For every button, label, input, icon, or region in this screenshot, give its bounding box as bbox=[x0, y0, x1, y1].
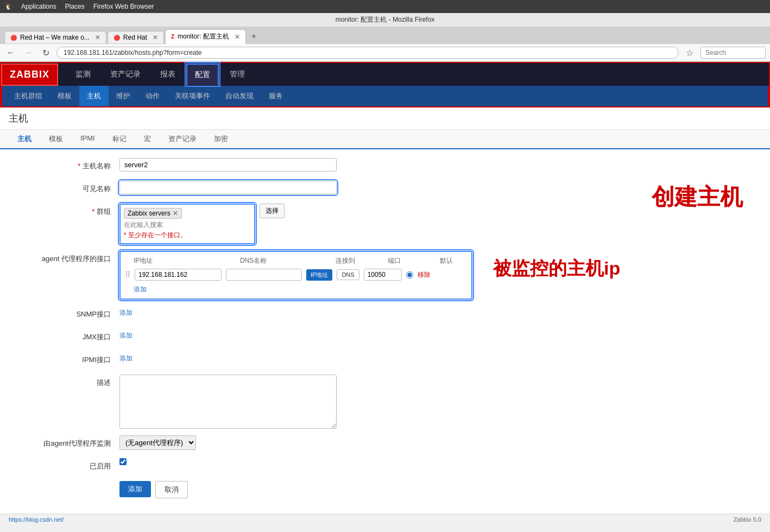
taskbar-places[interactable]: Places bbox=[65, 3, 85, 10]
browser-title-bar: monitor: 配置主机 - Mozilla Firefox bbox=[0, 13, 770, 27]
group-selector[interactable]: Zabbix servers ✕ * 至少存在一个接口。 bbox=[119, 204, 255, 244]
add-button[interactable]: 添加 bbox=[119, 481, 151, 497]
form-container: 创建主机 * 主机名称 可见名称 * 群组 bbox=[0, 149, 770, 514]
tab2-title: Red Hat bbox=[123, 34, 147, 41]
browser-tab-2[interactable]: 🔴 Red Hat ✕ bbox=[108, 31, 164, 43]
subnav-events[interactable]: 关联项事件 bbox=[167, 86, 218, 106]
tab1-close[interactable]: ✕ bbox=[95, 34, 100, 41]
tab3-title: monitor: 配置主机 bbox=[178, 32, 229, 41]
group-tag-remove[interactable]: ✕ bbox=[173, 210, 178, 217]
subnav-templates[interactable]: 模板 bbox=[50, 86, 79, 106]
jmx-add-link[interactable]: 添加 bbox=[119, 331, 132, 340]
interface-port-input[interactable] bbox=[364, 269, 402, 281]
annotation-create-host: 创建主机 bbox=[652, 182, 743, 212]
taskbar-applications[interactable]: Applications bbox=[21, 3, 56, 10]
description-row: 描述 bbox=[0, 375, 770, 429]
enabled-label: 已启用 bbox=[0, 458, 119, 471]
interface-dns-input[interactable] bbox=[226, 269, 302, 281]
agent-proxy-select[interactable]: (无agent代理程序) proxy1 proxy2 bbox=[119, 435, 196, 450]
group-label: * 群组 bbox=[0, 204, 119, 217]
form-tabs: 主机 模板 IPMI 标记 宏 资产记录 加密 bbox=[0, 130, 770, 149]
tab-templates[interactable]: 模板 bbox=[40, 130, 72, 149]
tab3-icon: Z bbox=[171, 34, 174, 40]
forward-button[interactable]: → bbox=[22, 46, 35, 59]
tab-tags[interactable]: 标记 bbox=[104, 130, 135, 149]
tab2-close[interactable]: ✕ bbox=[153, 34, 158, 41]
reload-button[interactable]: ↻ bbox=[39, 46, 52, 59]
tab1-title: Red Hat – We make o... bbox=[20, 34, 90, 41]
url-bar[interactable] bbox=[56, 47, 679, 59]
subnav-discovery[interactable]: 自动发现 bbox=[218, 86, 261, 106]
nav-reports[interactable]: 报表 bbox=[152, 63, 184, 86]
header-port: 端口 bbox=[388, 256, 431, 265]
ipmi-add-link[interactable]: 添加 bbox=[119, 354, 132, 363]
back-button[interactable]: ← bbox=[4, 46, 17, 59]
os-app-icon: 🐧 bbox=[4, 3, 12, 10]
tab2-icon: 🔴 bbox=[113, 35, 120, 41]
header-connect: 连接到 bbox=[336, 256, 379, 265]
browser-chrome: monitor: 配置主机 - Mozilla Firefox 🔴 Red Ha… bbox=[0, 13, 770, 62]
subnav-hosts[interactable]: 主机 bbox=[79, 86, 109, 106]
subnav-maintenance[interactable]: 维护 bbox=[109, 86, 138, 106]
cancel-button[interactable]: 取消 bbox=[155, 481, 188, 498]
new-tab-button[interactable]: + bbox=[247, 29, 261, 43]
header-ip: IP地址 bbox=[134, 256, 231, 265]
group-warning: * 至少存在一个接口。 bbox=[124, 231, 251, 240]
jmx-row: JMX接口 添加 bbox=[0, 329, 770, 345]
tab-encrypt[interactable]: 加密 bbox=[205, 130, 237, 149]
interface-default-radio[interactable] bbox=[406, 271, 413, 278]
ipmi-field: 添加 bbox=[119, 352, 770, 363]
tab-macros[interactable]: 宏 bbox=[135, 130, 160, 149]
search-input[interactable] bbox=[700, 47, 766, 59]
hostname-input[interactable] bbox=[119, 158, 337, 172]
snmp-row: SNMP接口 添加 bbox=[0, 306, 770, 322]
header-highlight-region: ZABBIX 监测 资产记录 报表 配置 管理 主机群组 模板 主机 维护 动作… bbox=[0, 62, 770, 107]
action-buttons-row: 添加 取消 bbox=[0, 481, 770, 498]
browser-tab-1[interactable]: 🔴 Red Hat – We make o... ✕ bbox=[4, 31, 106, 43]
zabbix-main-nav: 监测 资产记录 报表 配置 管理 bbox=[58, 63, 262, 86]
tab-assets[interactable]: 资产记录 bbox=[160, 130, 205, 149]
enabled-checkbox[interactable] bbox=[119, 458, 127, 465]
hostname-field bbox=[119, 158, 770, 172]
snmp-add-link[interactable]: 添加 bbox=[119, 308, 132, 318]
group-tag-zabbix-servers[interactable]: Zabbix servers ✕ bbox=[124, 208, 182, 219]
tab-host[interactable]: 主机 bbox=[9, 130, 40, 149]
drag-handle-icon[interactable]: ⠿ bbox=[125, 270, 130, 279]
subnav-services[interactable]: 服务 bbox=[261, 86, 291, 106]
interface-add-link[interactable]: 添加 bbox=[134, 285, 147, 294]
footer-link[interactable]: https://blog.csdn.net/ bbox=[9, 516, 64, 523]
browser-tab-bar: 🔴 Red Hat – We make o... ✕ 🔴 Red Hat ✕ Z… bbox=[0, 27, 770, 43]
nav-assets[interactable]: 资产记录 bbox=[102, 63, 149, 86]
buttons-spacer bbox=[0, 481, 119, 484]
interface-field: IP地址 DNS名称 连接到 端口 默认 ⠿ IP地址 DNS bbox=[119, 251, 770, 300]
subnav-actions[interactable]: 动作 bbox=[138, 86, 167, 106]
group-tag-label: Zabbix servers bbox=[128, 210, 171, 217]
description-input[interactable] bbox=[119, 375, 337, 429]
jmx-label: JMX接口 bbox=[0, 329, 119, 342]
group-search-input[interactable] bbox=[124, 221, 205, 229]
annotation-monitored-ip: 被监控的主机ip bbox=[493, 256, 620, 281]
interface-add-wrapper: 添加 bbox=[125, 281, 467, 294]
subnav-hostgroups[interactable]: 主机群组 bbox=[7, 86, 50, 106]
nav-config[interactable]: 配置 bbox=[186, 64, 219, 85]
nav-admin[interactable]: 管理 bbox=[221, 63, 254, 86]
address-bar: ← → ↻ ☆ bbox=[0, 43, 770, 62]
tab3-close[interactable]: ✕ bbox=[235, 33, 240, 41]
interface-row: ⠿ IP地址 DNS 移除 bbox=[125, 269, 467, 281]
bookmark-button[interactable]: ☆ bbox=[683, 46, 696, 59]
nav-monitor[interactable]: 监测 bbox=[67, 63, 99, 86]
interface-section-label: agent 代理程序的接口 bbox=[0, 251, 119, 264]
zabbix-logo[interactable]: ZABBIX bbox=[1, 64, 58, 86]
browser-tab-3[interactable]: Z monitor: 配置主机 ✕ bbox=[165, 29, 246, 44]
interface-remove-link[interactable]: 移除 bbox=[418, 270, 431, 280]
visible-name-input[interactable] bbox=[119, 181, 337, 194]
connect-ip-button[interactable]: IP地址 bbox=[306, 269, 332, 281]
connect-dns-button[interactable]: DNS bbox=[337, 269, 359, 280]
visible-name-label: 可见名称 bbox=[0, 181, 119, 194]
taskbar-firefox[interactable]: Firefox Web Browser bbox=[93, 3, 154, 10]
group-select-button[interactable]: 选择 bbox=[260, 204, 285, 218]
tab-ipmi[interactable]: IPMI bbox=[72, 130, 104, 149]
snmp-field: 添加 bbox=[119, 306, 770, 318]
interface-ip-input[interactable] bbox=[135, 269, 222, 281]
enabled-row: 已启用 bbox=[0, 458, 770, 474]
